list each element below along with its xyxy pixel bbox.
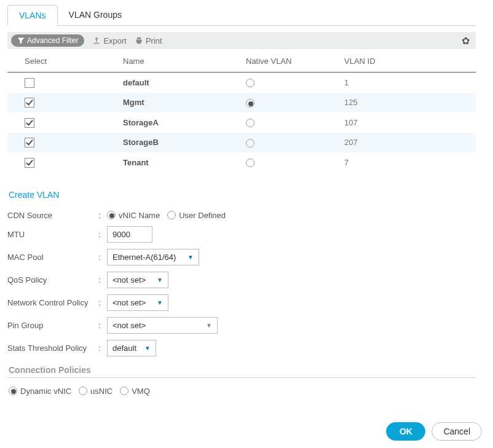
- row-native-radio[interactable]: [246, 159, 254, 167]
- tab-bar: VLANs VLAN Groups: [7, 5, 476, 26]
- table-row: Tenant 7: [7, 152, 476, 173]
- row-id: 107: [339, 112, 476, 133]
- table-row: Mgmt 125: [7, 93, 476, 113]
- dynamic-vnic-radio[interactable]: Dynamic vNIC: [9, 387, 71, 396]
- advanced-filter-button[interactable]: Advanced Filter: [11, 34, 84, 47]
- row-id: 125: [339, 93, 476, 113]
- export-icon: [93, 37, 100, 44]
- print-label: Print: [146, 36, 162, 45]
- vmq-radio[interactable]: VMQ: [120, 387, 150, 396]
- col-header-native: Native VLAN: [241, 50, 339, 73]
- gear-icon: ✿: [462, 36, 470, 46]
- mac-pool-label: MAC Pool: [7, 253, 98, 262]
- ok-button[interactable]: OK: [386, 422, 425, 441]
- chevron-down-icon: ▼: [187, 254, 194, 261]
- cdn-source-label: CDN Source: [7, 211, 98, 220]
- row-select-checkbox[interactable]: [25, 138, 34, 147]
- row-id: 7: [339, 152, 476, 173]
- filter-icon: [17, 37, 25, 44]
- pin-group-select[interactable]: <not set> ▼: [107, 317, 218, 334]
- col-header-name: Name: [118, 50, 241, 73]
- export-label: Export: [103, 36, 127, 45]
- row-native-radio[interactable]: [246, 99, 254, 108]
- row-name: Tenant: [118, 152, 241, 173]
- radio-icon: [120, 387, 128, 395]
- row-name: Mgmt: [118, 93, 241, 113]
- advanced-filter-label: Advanced Filter: [27, 36, 78, 45]
- print-icon: [135, 37, 143, 44]
- stats-threshold-label: Stats Threshold Policy: [7, 344, 98, 353]
- radio-icon: [107, 211, 116, 219]
- tab-vlan-groups[interactable]: VLAN Groups: [58, 5, 133, 25]
- connection-policies-title: Connection Policies: [9, 365, 476, 375]
- stats-threshold-select[interactable]: default ▼: [107, 340, 156, 356]
- export-button[interactable]: Export: [93, 36, 127, 45]
- row-name: StorageB: [118, 133, 241, 153]
- row-name: default: [118, 73, 241, 93]
- radio-icon: [167, 211, 176, 219]
- main-scroll-area[interactable]: VLANs VLAN Groups Advanced Filter Export…: [0, 0, 483, 418]
- row-name: StorageA: [118, 112, 241, 133]
- network-control-policy-select[interactable]: <not set> ▼: [107, 294, 168, 311]
- row-id: 1: [339, 73, 476, 93]
- chevron-down-icon: ▼: [157, 299, 163, 306]
- qos-policy-select[interactable]: <not set> ▼: [107, 272, 168, 288]
- settings-button[interactable]: ✿: [459, 35, 472, 47]
- mtu-input[interactable]: [107, 226, 152, 243]
- row-id: 207: [339, 133, 476, 153]
- table-row: StorageB 207: [7, 133, 476, 153]
- col-header-id: VLAN ID: [339, 50, 476, 73]
- create-vlan-link[interactable]: Create VLAN: [9, 190, 476, 200]
- pin-group-label: Pin Group: [7, 321, 98, 330]
- divider: [7, 377, 476, 378]
- network-control-policy-label: Network Control Policy: [7, 298, 98, 307]
- row-select-checkbox[interactable]: [25, 118, 34, 128]
- radio-icon: [79, 387, 87, 395]
- toolbar: Advanced Filter Export Print ✿: [7, 32, 476, 49]
- chevron-down-icon: ▼: [144, 345, 151, 352]
- table-row: default 1: [7, 73, 476, 93]
- col-header-select: Select: [7, 50, 118, 73]
- chevron-down-icon: ▼: [206, 322, 212, 329]
- usnic-radio[interactable]: usNIC: [79, 387, 112, 396]
- row-select-checkbox[interactable]: [25, 98, 34, 108]
- cdn-vnic-radio[interactable]: vNIC Name: [107, 211, 160, 220]
- vlan-table: Select Name Native VLAN VLAN ID default …: [7, 50, 476, 173]
- tab-vlans[interactable]: VLANs: [7, 5, 58, 26]
- table-row: StorageA 107: [7, 112, 476, 133]
- dialog-footer: OK Cancel: [386, 422, 482, 441]
- row-native-radio[interactable]: [246, 139, 254, 147]
- cancel-button[interactable]: Cancel: [432, 422, 482, 441]
- row-select-checkbox[interactable]: [25, 78, 34, 88]
- mtu-label: MTU: [7, 230, 98, 239]
- print-button[interactable]: Print: [135, 36, 162, 45]
- row-select-checkbox[interactable]: [25, 158, 34, 168]
- cdn-user-radio[interactable]: User Defined: [167, 211, 226, 220]
- row-native-radio[interactable]: [246, 119, 254, 127]
- qos-policy-label: QoS Policy: [7, 275, 98, 285]
- row-native-radio[interactable]: [246, 79, 254, 87]
- radio-icon: [9, 387, 17, 395]
- mac-pool-select[interactable]: Ethernet-A(61/64) ▼: [107, 249, 199, 265]
- chevron-down-icon: ▼: [157, 277, 163, 283]
